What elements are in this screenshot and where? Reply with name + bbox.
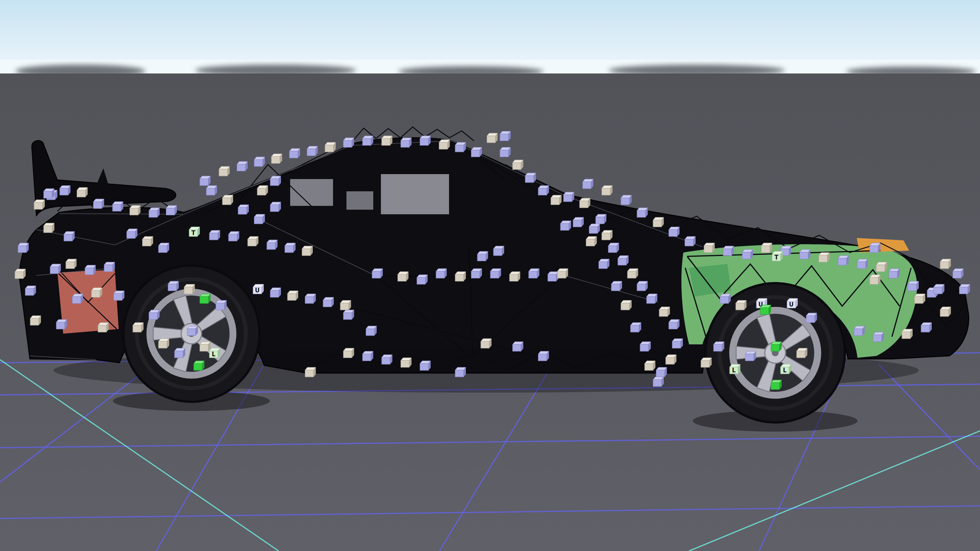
node-marker[interactable] bbox=[736, 300, 746, 310]
node-marker[interactable] bbox=[637, 281, 648, 291]
node-marker[interactable] bbox=[238, 205, 249, 214]
viewport-canvas[interactable]: TUTUULLL bbox=[0, 0, 980, 551]
node-marker[interactable] bbox=[270, 176, 281, 186]
node-marker[interactable] bbox=[420, 136, 431, 145]
node-marker[interactable] bbox=[398, 272, 408, 281]
node-marker[interactable] bbox=[934, 284, 944, 294]
node-marker[interactable] bbox=[672, 339, 683, 348]
node-marker[interactable] bbox=[819, 253, 830, 262]
node-marker[interactable] bbox=[66, 259, 77, 269]
node-marker[interactable] bbox=[580, 198, 590, 208]
node-marker[interactable] bbox=[91, 288, 102, 297]
node-marker[interactable] bbox=[127, 229, 137, 238]
node-marker[interactable] bbox=[382, 355, 392, 364]
node-marker[interactable] bbox=[745, 351, 756, 361]
node-marker[interactable] bbox=[15, 269, 26, 279]
node-marker[interactable] bbox=[630, 323, 641, 332]
node-marker[interactable] bbox=[797, 348, 807, 358]
node-marker[interactable] bbox=[287, 291, 298, 300]
3d-viewport[interactable]: TUTUULLL bbox=[0, 0, 980, 551]
node-marker[interactable] bbox=[771, 380, 782, 390]
node-marker[interactable] bbox=[142, 236, 153, 246]
node-marker[interactable] bbox=[257, 186, 268, 195]
node-marker[interactable] bbox=[200, 342, 211, 351]
node-marker[interactable] bbox=[586, 236, 597, 246]
node-marker[interactable] bbox=[637, 208, 648, 217]
node-marker[interactable] bbox=[114, 291, 124, 300]
node-marker[interactable] bbox=[366, 326, 377, 336]
node-marker[interactable] bbox=[538, 186, 549, 195]
node-marker[interactable] bbox=[455, 142, 466, 152]
node-marker[interactable] bbox=[200, 176, 211, 186]
node-marker[interactable] bbox=[640, 342, 651, 351]
node-marker[interactable] bbox=[187, 326, 198, 336]
node-marker[interactable] bbox=[85, 265, 96, 275]
node-marker[interactable] bbox=[560, 221, 571, 230]
node-marker[interactable] bbox=[175, 348, 185, 358]
node-marker[interactable] bbox=[113, 202, 123, 211]
node-marker[interactable] bbox=[720, 294, 731, 303]
node-marker-L[interactable]: L bbox=[209, 348, 220, 358]
node-marker[interactable] bbox=[611, 281, 622, 291]
node-marker[interactable] bbox=[305, 367, 316, 377]
node-marker[interactable] bbox=[477, 251, 488, 261]
node-marker[interactable] bbox=[401, 358, 412, 367]
node-marker[interactable] bbox=[596, 214, 606, 224]
node-marker[interactable] bbox=[645, 361, 655, 370]
node-marker[interactable] bbox=[18, 243, 29, 253]
node-marker[interactable] bbox=[564, 192, 574, 202]
node-marker[interactable] bbox=[270, 288, 281, 297]
node-marker[interactable] bbox=[513, 342, 523, 351]
node-marker[interactable] bbox=[184, 284, 195, 294]
node-marker[interactable] bbox=[229, 231, 239, 241]
node-marker[interactable] bbox=[618, 256, 629, 265]
node-marker[interactable] bbox=[653, 377, 664, 386]
node-marker[interactable] bbox=[908, 281, 919, 291]
node-marker[interactable] bbox=[166, 205, 177, 215]
node-marker[interactable] bbox=[510, 272, 520, 281]
node-marker[interactable] bbox=[343, 138, 354, 147]
node-marker[interactable] bbox=[602, 230, 612, 240]
node-marker[interactable] bbox=[149, 310, 160, 320]
node-marker[interactable] bbox=[237, 161, 248, 171]
node-marker[interactable] bbox=[621, 195, 632, 205]
node-marker[interactable] bbox=[194, 361, 204, 370]
node-marker-L[interactable]: L bbox=[781, 364, 791, 374]
node-marker[interactable] bbox=[158, 243, 169, 253]
node-marker[interactable] bbox=[130, 205, 140, 215]
node-marker[interactable] bbox=[325, 142, 336, 152]
node-marker[interactable] bbox=[771, 342, 782, 351]
node-marker[interactable] bbox=[77, 187, 88, 197]
node-marker[interactable] bbox=[363, 351, 373, 361]
node-marker[interactable] bbox=[525, 173, 536, 183]
node-marker[interactable] bbox=[653, 217, 664, 227]
node-marker[interactable] bbox=[50, 264, 61, 274]
node-marker[interactable] bbox=[254, 214, 265, 224]
node-marker[interactable] bbox=[870, 243, 880, 253]
node-marker[interactable] bbox=[487, 133, 498, 143]
node-marker[interactable] bbox=[838, 256, 849, 265]
node-marker[interactable] bbox=[439, 140, 450, 149]
node-marker[interactable] bbox=[583, 179, 593, 189]
node-marker[interactable] bbox=[285, 243, 296, 253]
node-marker[interactable] bbox=[248, 236, 258, 246]
node-marker[interactable] bbox=[599, 259, 609, 269]
node-marker[interactable] bbox=[800, 249, 810, 259]
node-marker[interactable] bbox=[493, 246, 504, 256]
node-marker[interactable] bbox=[34, 200, 45, 209]
node-marker[interactable] bbox=[267, 240, 278, 249]
node-marker[interactable] bbox=[714, 342, 724, 351]
node-marker[interactable] bbox=[627, 269, 638, 278]
node-marker[interactable] bbox=[704, 243, 715, 253]
node-marker[interactable] bbox=[289, 148, 300, 158]
node-marker[interactable] bbox=[158, 339, 169, 348]
node-marker[interactable] bbox=[669, 227, 679, 236]
node-marker[interactable] bbox=[168, 281, 179, 291]
node-marker[interactable] bbox=[857, 259, 868, 269]
node-marker[interactable] bbox=[902, 329, 913, 339]
node-marker[interactable] bbox=[56, 320, 67, 329]
node-marker[interactable] bbox=[44, 223, 54, 233]
node-marker[interactable] bbox=[455, 367, 466, 377]
node-marker[interactable] bbox=[93, 199, 104, 209]
node-marker[interactable] bbox=[343, 310, 354, 320]
